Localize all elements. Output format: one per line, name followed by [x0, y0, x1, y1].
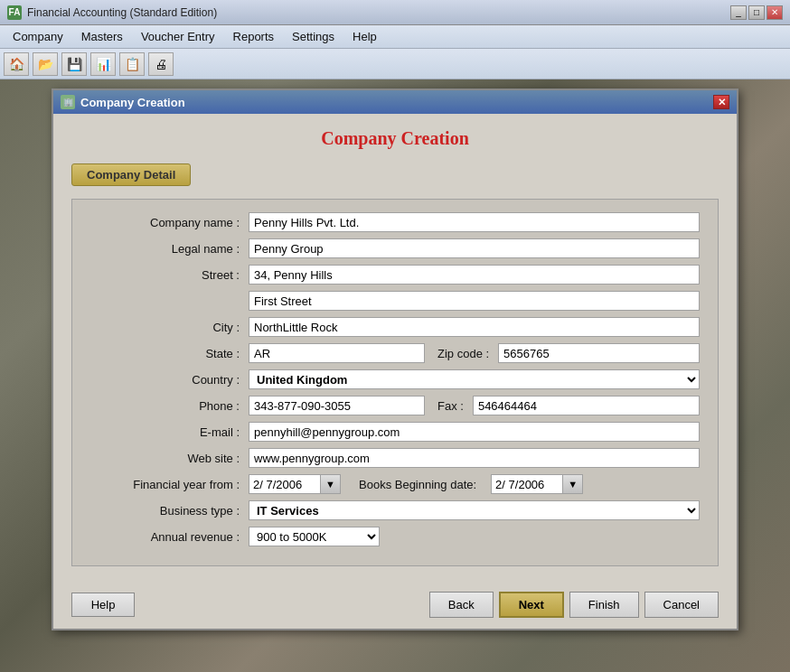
email-input[interactable]	[249, 422, 700, 442]
business-type-select[interactable]: IT Services Manufacturing Retail Finance…	[249, 500, 700, 520]
app-title: Financial Accounting (Standard Edition)	[27, 6, 217, 19]
dialog-icon: 🏢	[61, 95, 75, 109]
business-type-row: Business type : IT Services Manufacturin…	[90, 500, 700, 520]
main-area: 🏢 Company Creation ✕ Company Creation Co…	[0, 79, 790, 672]
state-input[interactable]	[249, 343, 425, 363]
menu-help[interactable]: Help	[343, 28, 386, 45]
phone-label: Phone :	[90, 399, 249, 413]
country-row: Country : United Kingdom United States I…	[90, 369, 700, 389]
company-creation-dialog: 🏢 Company Creation ✕ Company Creation Co…	[52, 89, 738, 630]
app-icon: FA	[7, 5, 22, 20]
fin-year-input[interactable]	[249, 474, 321, 494]
dialog-content: Company Creation Company Detail Company …	[53, 114, 737, 581]
dialog-title-bar: 🏢 Company Creation ✕	[53, 90, 737, 114]
street-label: Street :	[90, 268, 249, 282]
menu-voucher-entry[interactable]: Voucher Entry	[132, 28, 224, 45]
books-date-input[interactable]	[491, 474, 563, 494]
revenue-select[interactable]: 900 to 5000K 0 to 100K 100 to 500K 500 t…	[249, 527, 380, 546]
state-zip-row: State : Zip code :	[90, 343, 700, 363]
cancel-button[interactable]: Cancel	[644, 592, 719, 618]
street-input1[interactable]	[249, 265, 700, 285]
next-button[interactable]: Next	[499, 592, 564, 618]
street-row2	[90, 291, 700, 311]
menu-settings[interactable]: Settings	[283, 28, 343, 45]
toolbar-open[interactable]: 📂	[33, 52, 58, 76]
revenue-row: Annual revenue : 900 to 5000K 0 to 100K …	[90, 527, 700, 546]
email-row: E-mail :	[90, 422, 700, 442]
maximize-button[interactable]: □	[748, 5, 765, 20]
street-input2[interactable]	[249, 291, 700, 311]
street-row1: Street :	[90, 265, 700, 285]
toolbar: 🏠 📂 💾 📊 📋 🖨	[0, 49, 790, 79]
menu-company[interactable]: Company	[4, 28, 72, 45]
form-title: Company Creation	[71, 128, 719, 149]
zip-label: Zip code :	[425, 347, 498, 360]
minimize-button[interactable]: _	[730, 5, 747, 20]
back-button[interactable]: Back	[429, 592, 494, 618]
finish-button[interactable]: Finish	[569, 592, 639, 618]
toolbar-home[interactable]: 🏠	[4, 52, 29, 76]
website-row: Web site :	[90, 448, 700, 468]
toolbar-report[interactable]: 📋	[119, 52, 145, 76]
books-label: Books Beginning date:	[341, 478, 485, 491]
legal-name-row: Legal name :	[90, 238, 700, 258]
zip-input[interactable]	[498, 343, 700, 363]
title-bar: FA Financial Accounting (Standard Editio…	[0, 0, 790, 25]
country-select[interactable]: United Kingdom United States India Austr…	[249, 369, 700, 389]
bottom-bar: Help Back Next Finish Cancel	[53, 581, 737, 629]
books-date-calendar-button[interactable]: ▼	[563, 474, 583, 494]
revenue-label: Annual revenue :	[90, 530, 249, 544]
fax-label: Fax :	[425, 399, 473, 413]
company-name-label: Company name :	[90, 216, 249, 229]
close-button[interactable]: ✕	[766, 5, 783, 20]
phone-fax-row: Phone : Fax :	[90, 396, 700, 415]
company-name-row: Company name :	[90, 212, 700, 232]
company-detail-tab[interactable]: Company Detail	[71, 163, 191, 186]
country-label: Country :	[90, 373, 249, 387]
state-label: State :	[90, 347, 249, 360]
city-label: City :	[90, 321, 249, 334]
menu-reports[interactable]: Reports	[224, 28, 284, 45]
form-body: Company name : Legal name : Street :	[71, 199, 719, 566]
company-name-input[interactable]	[249, 212, 700, 232]
menu-masters[interactable]: Masters	[72, 28, 132, 45]
fin-year-label: Financial year from :	[90, 478, 249, 491]
dialog-title: Company Creation	[80, 96, 185, 109]
dialog-close-button[interactable]: ✕	[713, 95, 729, 109]
fin-year-calendar-button[interactable]: ▼	[321, 474, 341, 494]
website-input[interactable]	[249, 448, 700, 468]
toolbar-print[interactable]: 🖨	[148, 52, 174, 76]
help-button[interactable]: Help	[71, 593, 135, 617]
menu-bar: Company Masters Voucher Entry Reports Se…	[0, 25, 790, 49]
nav-buttons: Back Next Finish Cancel	[429, 592, 719, 618]
legal-name-label: Legal name :	[90, 242, 249, 256]
city-input[interactable]	[249, 317, 700, 337]
fin-year-row: Financial year from : ▼ Books Beginning …	[90, 474, 700, 494]
window-controls: _ □ ✕	[730, 5, 783, 20]
website-label: Web site :	[90, 452, 249, 465]
city-row: City :	[90, 317, 700, 337]
toolbar-chart[interactable]: 📊	[90, 52, 116, 76]
business-type-label: Business type :	[90, 504, 249, 518]
toolbar-save[interactable]: 💾	[61, 52, 87, 76]
email-label: E-mail :	[90, 425, 249, 439]
legal-name-input[interactable]	[249, 238, 700, 258]
phone-input[interactable]	[249, 396, 425, 415]
fax-input[interactable]	[473, 396, 700, 415]
